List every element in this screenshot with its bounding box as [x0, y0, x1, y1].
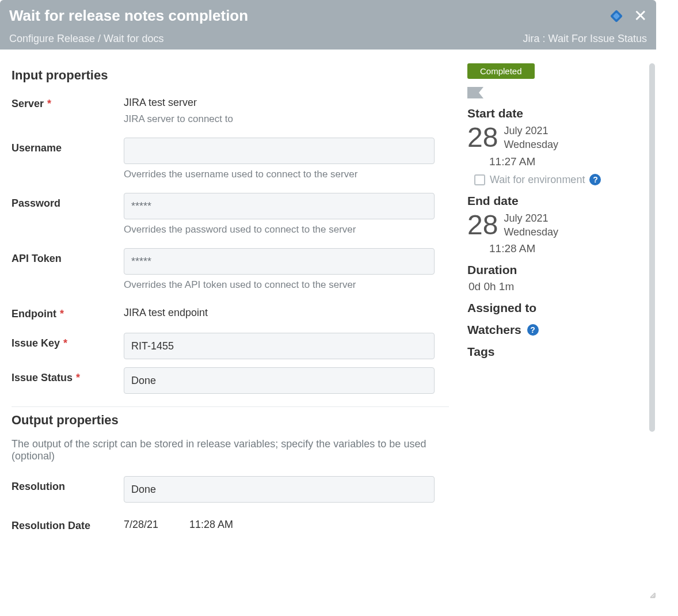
jira-logo-icon — [608, 8, 624, 24]
assigned-to-label: Assigned to — [467, 301, 645, 315]
task-type-label: Jira : Wait For Issue Status — [523, 33, 647, 45]
help-icon[interactable]: ? — [589, 174, 601, 185]
resolution-label: Resolution — [12, 476, 124, 493]
issue-key-input[interactable]: RIT-1455 — [124, 333, 435, 359]
wait-env-checkbox[interactable] — [474, 174, 485, 185]
issue-status-label: Issue Status* — [12, 367, 124, 384]
start-date-label: Start date — [467, 107, 645, 120]
server-label: Server* — [12, 93, 124, 110]
password-hint: Overrides the password used to connect t… — [124, 224, 449, 235]
flag-icon[interactable] — [467, 87, 483, 98]
end-time: 11:28 AM — [489, 242, 645, 255]
start-date-value: 28 July 2021 Wednesday — [467, 124, 645, 152]
main-panel: Input properties Server* JIRA test serve… — [0, 50, 460, 591]
duration-value: 0d 0h 1m — [468, 280, 645, 293]
resolution-date-label: Resolution Date — [12, 515, 124, 532]
resolution-date-value: 7/28/2111:28 AM — [124, 515, 449, 531]
resize-handle-icon[interactable] — [642, 585, 656, 599]
wait-env-label: Wait for environment — [490, 174, 585, 186]
start-time: 11:27 AM — [489, 155, 645, 168]
breadcrumb[interactable]: Configure Release / Wait for docs — [9, 33, 163, 45]
password-label: Password — [12, 193, 124, 210]
modal-title: Wait for release notes completion — [9, 7, 248, 25]
status-badge: Completed — [467, 63, 535, 79]
svg-marker-2 — [467, 87, 483, 98]
endpoint-value[interactable]: JIRA test endpoint — [124, 303, 449, 319]
task-details-modal: Wait for release notes completion ✕ Conf… — [0, 0, 656, 599]
issue-key-label: Issue Key* — [12, 333, 124, 349]
end-date-value: 28 July 2021 Wednesday — [467, 211, 645, 239]
wait-for-environment-row[interactable]: Wait for environment ? — [474, 174, 645, 186]
scrollbar-track[interactable] — [649, 63, 655, 593]
username-input[interactable] — [124, 138, 435, 164]
tags-label: Tags — [467, 345, 645, 359]
close-icon[interactable]: ✕ — [634, 8, 647, 24]
resolution-input[interactable]: Done — [124, 476, 435, 503]
watchers-label: Watchers ? — [467, 323, 645, 337]
api-token-hint: Overrides the API token used to connect … — [124, 279, 449, 291]
username-label: Username — [12, 138, 124, 154]
duration-label: Duration — [467, 263, 645, 277]
input-properties-heading: Input properties — [12, 68, 449, 83]
end-date-label: End date — [467, 194, 645, 208]
password-input[interactable]: ***** — [124, 193, 435, 219]
username-hint: Overrides the username used to connect t… — [124, 169, 449, 180]
server-hint: JIRA server to connect to — [124, 113, 449, 125]
help-icon[interactable]: ? — [527, 324, 539, 336]
scrollbar-thumb[interactable] — [649, 63, 655, 432]
endpoint-label: Endpoint* — [12, 303, 124, 320]
issue-status-input[interactable]: Done — [124, 367, 435, 394]
section-divider — [12, 406, 449, 407]
output-properties-description: The output of the script can be stored i… — [12, 438, 449, 462]
api-token-label: API Token — [12, 248, 124, 265]
modal-header: Wait for release notes completion ✕ Conf… — [0, 0, 656, 50]
api-token-input[interactable]: ***** — [124, 248, 435, 275]
server-value[interactable]: JIRA test server — [124, 93, 449, 109]
side-panel: Completed Start date 28 July 2021 Wednes… — [460, 50, 656, 591]
output-properties-heading: Output properties — [12, 413, 449, 428]
